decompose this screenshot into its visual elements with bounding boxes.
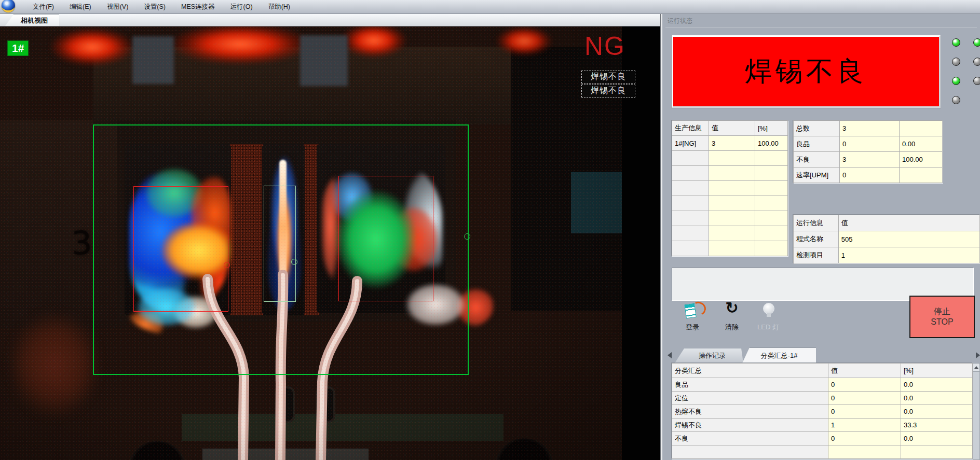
col-header: [%] bbox=[755, 121, 788, 136]
menu-settings[interactable]: 设置(S) bbox=[136, 1, 173, 13]
tab-scroll-left-icon[interactable] bbox=[668, 352, 672, 358]
table-row: 1#[NG] 3 100.00 bbox=[672, 136, 788, 151]
scroll-up-icon[interactable] bbox=[973, 364, 979, 372]
menu-view[interactable]: 视图(V) bbox=[99, 1, 137, 13]
status-led bbox=[952, 38, 960, 47]
login-label: 登录 bbox=[678, 323, 707, 332]
stop-label-cn: 停止 bbox=[934, 306, 950, 317]
table-row: 焊锡不良 1 33.3 bbox=[672, 419, 973, 432]
light-bulb-icon bbox=[763, 303, 774, 314]
table-row: 不良 3 100.00 bbox=[794, 152, 943, 168]
alarm-banner: 焊锡不良 bbox=[672, 35, 941, 108]
divider bbox=[665, 27, 977, 27]
menu-bar: 文件(F) 编辑(E) 视图(V) 设置(S) MES连接器 运行(O) 帮助(… bbox=[0, 0, 980, 14]
marker-circle-red bbox=[224, 262, 230, 268]
login-button[interactable]: 登录 bbox=[678, 302, 707, 332]
led-label: LED 灯 bbox=[754, 323, 783, 332]
table-row: 速率[UPM] 0 bbox=[794, 168, 943, 183]
table-row: 定位 0 0.0 bbox=[672, 392, 973, 405]
machine-vision-app: 1# NG 焊锡不良 焊锡不良 3 文件(F) 编辑(E) 视图(V) 设置(S… bbox=[0, 0, 980, 460]
col-header: 值 bbox=[828, 364, 901, 378]
col-header: 生产信息 bbox=[672, 121, 709, 136]
status-led bbox=[973, 58, 980, 66]
col-header: 值 bbox=[709, 121, 755, 136]
tab-classification-summary[interactable]: 分类汇总-1# bbox=[742, 347, 816, 363]
defect-box-left bbox=[133, 186, 228, 312]
clear-button[interactable]: ↻ 清除 bbox=[717, 302, 746, 332]
status-panel: 运行状态 焊锡不良 生产信息 值 [%] 1#[NG] 3 100.00 bbox=[664, 13, 980, 460]
pass-box-middle bbox=[264, 186, 296, 302]
led-light-button[interactable]: LED 灯 bbox=[754, 302, 783, 332]
table-row: 良品 0 0.0 bbox=[672, 378, 973, 392]
status-led bbox=[973, 77, 980, 85]
status-led bbox=[952, 77, 960, 85]
menu-run[interactable]: 运行(O) bbox=[223, 1, 261, 13]
defect-box-right bbox=[338, 176, 433, 301]
table-row: 热熔不良 0 0.0 bbox=[672, 405, 973, 419]
camera-image-viewport[interactable]: 1# NG 焊锡不良 焊锡不良 3 bbox=[0, 26, 660, 460]
defect-tag: 焊锡不良 bbox=[581, 85, 635, 97]
table-row: 不良 0 0.0 bbox=[672, 432, 973, 445]
totals-table: 总数 3 良品 0 0.00 不良 3 100.00 速率[UPM] 0 bbox=[793, 120, 943, 183]
view-tab-bar: 相机视图 bbox=[0, 13, 660, 26]
part-marking: 3 bbox=[71, 224, 93, 262]
station-badge: 1# bbox=[7, 40, 29, 56]
panel-title: 运行状态 bbox=[668, 17, 692, 25]
panel-splitter[interactable] bbox=[660, 13, 664, 460]
menu-edit[interactable]: 编辑(E) bbox=[62, 1, 99, 13]
col-header: 运行信息 bbox=[794, 215, 839, 231]
stop-label-en: STOP bbox=[931, 317, 953, 327]
col-header: 分类汇总 bbox=[672, 364, 828, 378]
tab-camera-view[interactable]: 相机视图 bbox=[5, 15, 59, 26]
col-header: [%] bbox=[901, 364, 973, 378]
col-header: 值 bbox=[838, 215, 979, 231]
status-led bbox=[973, 38, 980, 47]
menu-mes-connector[interactable]: MES连接器 bbox=[173, 1, 223, 13]
summary-table-scrollbar[interactable] bbox=[973, 363, 980, 460]
table-row: 良品 0 0.00 bbox=[794, 136, 943, 152]
marker-circle-green bbox=[291, 259, 297, 265]
clear-label: 清除 bbox=[717, 323, 746, 332]
refresh-arrow-icon: ↻ bbox=[717, 299, 746, 317]
alarm-banner-text: 焊锡不良 bbox=[745, 53, 867, 90]
tab-scroll-right-icon[interactable] bbox=[976, 352, 980, 358]
table-row: 程式名称 505 bbox=[794, 231, 980, 247]
stop-button[interactable]: 停止 STOP bbox=[909, 296, 975, 338]
menu-help[interactable]: 帮助(H) bbox=[261, 1, 298, 13]
marker-circle-green bbox=[464, 233, 470, 240]
status-led bbox=[952, 58, 960, 66]
menu-file[interactable]: 文件(F) bbox=[25, 1, 62, 13]
log-tab-strip: 操作记录 分类汇总-1# bbox=[664, 347, 980, 363]
run-info-table: 运行信息 值 程式名称 505 检测项目 1 bbox=[793, 215, 980, 263]
tab-operation-log[interactable]: 操作记录 bbox=[675, 349, 743, 363]
defect-tag: 焊锡不良 bbox=[581, 71, 635, 83]
app-logo-icon bbox=[2, 0, 15, 12]
table-row: 检测项目 1 bbox=[794, 247, 980, 263]
result-ng-text: NG bbox=[584, 31, 625, 61]
status-led bbox=[952, 96, 960, 104]
table-row: 总数 3 bbox=[794, 121, 943, 136]
summary-table: 分类汇总 值 [%] 良品 0 0.0 定位 0 0.0 热熔不良 0 0.0 … bbox=[672, 363, 973, 459]
production-table: 生产信息 值 [%] 1#[NG] 3 100.00 bbox=[672, 120, 788, 256]
